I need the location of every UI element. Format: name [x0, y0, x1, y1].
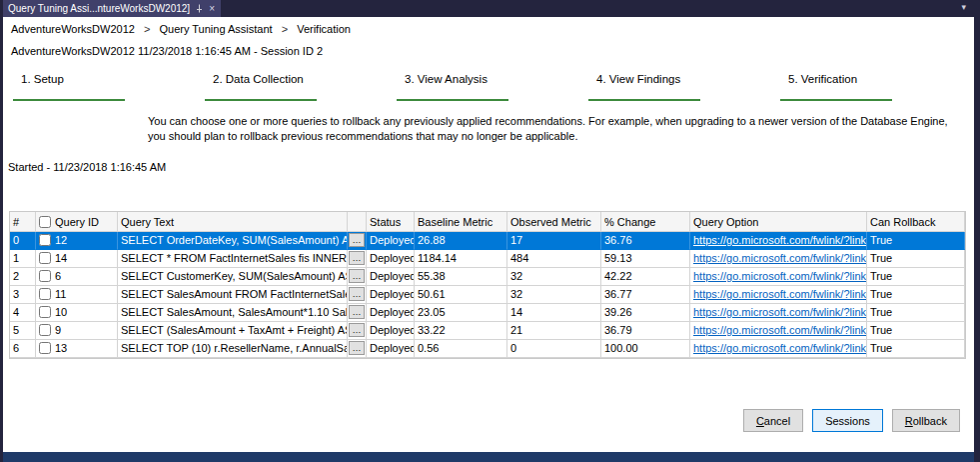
col-header-observed-metric[interactable]: Observed Metric — [507, 212, 601, 232]
row-can-rollback: True — [867, 322, 965, 340]
query-option-link[interactable]: https://go.microsoft.com/fwlink/?linkid=… — [693, 342, 867, 354]
row-expand-cell: … — [348, 304, 367, 322]
row-checkbox[interactable] — [39, 342, 51, 354]
table-row[interactable]: 311SELECT SalesAmount FROM FactInternetS… — [10, 286, 965, 304]
row-query-text: SELECT SalesAmount, SalesAmount*1.10 Sal… — [118, 304, 348, 322]
rollback-button[interactable]: Rollback — [892, 409, 960, 432]
row-query-id: 10 — [36, 304, 118, 322]
row-can-rollback: True — [867, 232, 965, 250]
row-observed-metric: 17 — [507, 232, 601, 250]
wizard-step-verification[interactable]: 5. Verification — [780, 73, 972, 101]
row-status: Deployed — [367, 250, 415, 268]
query-option-link[interactable]: https://go.microsoft.com/fwlink/?linkid=… — [693, 306, 867, 318]
row-observed-metric: 32 — [507, 286, 601, 304]
row-query-option: https://go.microsoft.com/fwlink/?linkid=… — [690, 268, 867, 286]
wizard-steps: 1. Setup 2. Data Collection 3. View Anal… — [13, 73, 974, 101]
step-label: 3. View Analysis — [405, 73, 588, 85]
row-status: Deployed — [367, 286, 415, 304]
query-option-link[interactable]: https://go.microsoft.com/fwlink/?linkid=… — [693, 270, 867, 282]
wizard-step-view-analysis[interactable]: 3. View Analysis — [397, 73, 588, 101]
query-tuning-assistant-window: Query Tuning Assi...ntureWorksDW2012] × … — [0, 0, 980, 462]
row-query-option: https://go.microsoft.com/fwlink/?linkid=… — [690, 322, 867, 340]
query-option-link[interactable]: https://go.microsoft.com/fwlink/?linkid=… — [693, 234, 867, 246]
row-pct-change: 36.77 — [601, 286, 690, 304]
table-row[interactable]: 410SELECT SalesAmount, SalesAmount*1.10 … — [10, 304, 965, 322]
step-underline — [13, 99, 125, 101]
table-row[interactable]: 613SELECT TOP (10) r.ResellerName, r.Ann… — [10, 340, 965, 358]
row-checkbox[interactable] — [39, 324, 51, 336]
row-query-text: SELECT TOP (10) r.ResellerName, r.Annual… — [118, 340, 348, 358]
query-text-expand-button[interactable]: … — [349, 323, 365, 337]
status-bar — [3, 452, 974, 462]
query-text-expand-button[interactable]: … — [349, 269, 365, 283]
query-option-link[interactable]: https://go.microsoft.com/fwlink/?linkid=… — [693, 252, 867, 264]
row-expand-cell: … — [348, 340, 367, 358]
row-baseline-metric: 23.05 — [415, 304, 507, 322]
cancel-button[interactable]: Cancel — [743, 409, 803, 432]
row-query-id: 9 — [36, 322, 118, 340]
step-underline — [780, 99, 892, 101]
breadcrumb-item-database[interactable]: AdventureWorksDW2012 — [11, 23, 135, 35]
breadcrumb-item-assistant[interactable]: Query Tuning Assistant — [159, 23, 272, 35]
row-expand-cell: … — [348, 232, 367, 250]
step-description: You can choose one or more queries to ro… — [148, 114, 964, 144]
step-label: 5. Verification — [788, 73, 972, 85]
row-query-text: SELECT OrderDateKey, SUM(SalesAmount) AS… — [118, 232, 348, 250]
query-text-expand-button[interactable]: … — [349, 233, 365, 247]
started-timestamp: Started - 11/23/2018 1:16:45 AM — [8, 161, 974, 173]
wizard-step-data-collection[interactable]: 2. Data Collection — [205, 73, 397, 101]
row-status: Deployed — [367, 268, 415, 286]
row-can-rollback: True — [867, 340, 965, 358]
query-text-expand-button[interactable]: … — [349, 341, 365, 355]
query-option-link[interactable]: https://go.microsoft.com/fwlink/?linkid=… — [693, 288, 867, 300]
sessions-button[interactable]: Sessions — [812, 409, 883, 432]
breadcrumb-item-verification[interactable]: Verification — [297, 23, 351, 35]
query-option-link[interactable]: https://go.microsoft.com/fwlink/?linkid=… — [693, 324, 867, 336]
table-row[interactable]: 114SELECT * FROM FactInternetSales fis I… — [10, 250, 965, 268]
wizard-step-setup[interactable]: 1. Setup — [13, 73, 205, 101]
col-header-baseline-metric[interactable]: Baseline Metric — [415, 212, 507, 232]
col-header-can-rollback[interactable]: Can Rollback — [867, 212, 965, 232]
pin-icon[interactable] — [195, 4, 204, 13]
row-checkbox[interactable] — [39, 270, 51, 282]
row-checkbox[interactable] — [39, 306, 51, 318]
col-header-status[interactable]: Status — [367, 212, 415, 232]
row-can-rollback: True — [867, 250, 965, 268]
query-text-expand-button[interactable]: … — [349, 305, 365, 319]
step-underline — [588, 99, 700, 101]
row-checkbox[interactable] — [39, 252, 51, 264]
document-tab[interactable]: Query Tuning Assi...ntureWorksDW2012] × — [3, 0, 221, 17]
row-checkbox[interactable] — [39, 288, 51, 300]
row-observed-metric: 484 — [507, 250, 601, 268]
col-header-pct-change[interactable]: % Change — [601, 212, 690, 232]
row-status: Deployed — [367, 304, 415, 322]
row-query-option: https://go.microsoft.com/fwlink/?linkid=… — [690, 304, 867, 322]
results-grid: # Query ID Query Text Status Baseline Me… — [9, 211, 966, 359]
table-row[interactable]: 59SELECT (SalesAmount + TaxAmt + Freight… — [10, 322, 965, 340]
step-label: 2. Data Collection — [213, 73, 397, 85]
document-tab-bar: Query Tuning Assi...ntureWorksDW2012] × … — [3, 0, 974, 17]
row-query-text: SELECT CustomerKey, SUM(SalesAmount) AS … — [118, 268, 348, 286]
close-icon[interactable]: × — [209, 4, 215, 14]
row-pct-change: 100.00 — [601, 340, 690, 358]
table-row[interactable]: 012SELECT OrderDateKey, SUM(SalesAmount)… — [10, 232, 965, 250]
select-all-checkbox[interactable] — [39, 216, 51, 228]
query-text-expand-button[interactable]: … — [349, 251, 365, 265]
row-pct-change: 36.79 — [601, 322, 690, 340]
table-row[interactable]: 26SELECT CustomerKey, SUM(SalesAmount) A… — [10, 268, 965, 286]
row-index: 1 — [10, 250, 36, 268]
row-checkbox[interactable] — [39, 234, 51, 246]
col-header-query-id[interactable]: Query ID — [36, 212, 118, 232]
col-header-index[interactable]: # — [10, 212, 36, 232]
col-header-query-option[interactable]: Query Option — [690, 212, 867, 232]
row-query-text: SELECT (SalesAmount + TaxAmt + Freight) … — [118, 322, 348, 340]
row-query-text: SELECT * FROM FactInternetSales fis INNE… — [118, 250, 348, 268]
row-query-option: https://go.microsoft.com/fwlink/?linkid=… — [690, 232, 867, 250]
query-text-expand-button[interactable]: … — [349, 287, 365, 301]
row-expand-cell: … — [348, 250, 367, 268]
wizard-step-view-findings[interactable]: 4. View Findings — [588, 73, 780, 101]
row-query-id: 14 — [36, 250, 118, 268]
chevron-down-icon[interactable]: ▾ — [961, 0, 974, 17]
col-header-query-text[interactable]: Query Text — [118, 212, 348, 232]
row-index: 0 — [10, 232, 36, 250]
